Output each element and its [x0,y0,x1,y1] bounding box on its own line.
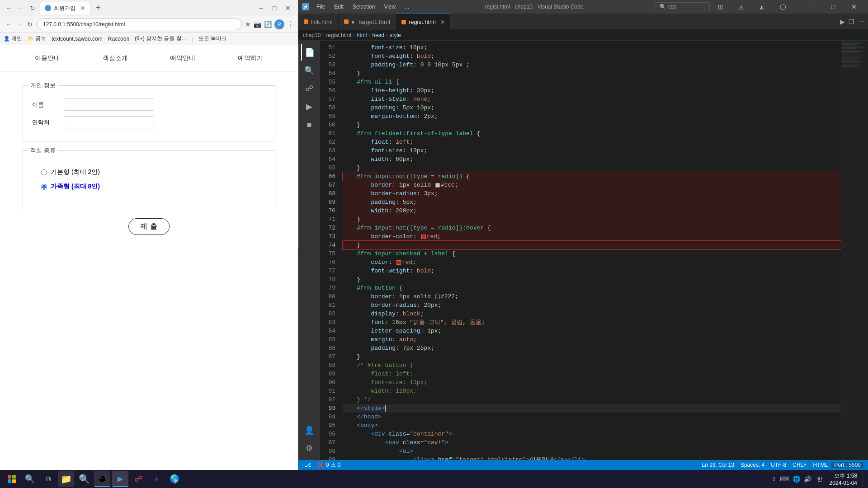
line-num-93: 93 [320,404,335,413]
status-errors[interactable]: ❌ 0 ⚠ 0 [316,462,342,468]
status-line-col[interactable]: Ln 93, Col 13 [699,462,737,468]
code-line-73: border-color: red; [343,232,841,241]
crumb-style[interactable]: style [390,32,401,38]
radio-family[interactable] [41,184,47,190]
vscode-search-box[interactable]: 🔍 css [656,2,710,11]
addr-reload[interactable]: ↻ [25,20,34,29]
taskbar-keyboard[interactable]: ⌨ [780,475,789,483]
name-input[interactable] [64,99,154,111]
status-branch[interactable]: ⎇ [303,462,315,468]
activity-account[interactable]: 👤 [301,422,317,438]
vscode-minimize-btn[interactable]: − [802,0,823,14]
bookmark-other[interactable]: (9+) 장지현 공을 찾... [135,35,186,42]
browser-profile[interactable]: P [274,19,284,29]
split-editor-btn[interactable]: ❐ [849,18,854,25]
taskbar-volume[interactable]: 🔊 [804,475,811,483]
browser-menu-btn[interactable]: ⋮ [287,20,294,28]
browser-tab[interactable]: 회원가입 ✕ [40,2,90,14]
nav-info[interactable]: 이용안내 [35,54,60,62]
code-line-77: font-weight: bold; [343,267,841,275]
menu-view[interactable]: View [380,3,399,11]
new-tab-btn[interactable]: + [92,3,104,13]
bookmark-textcount[interactable]: textcount.sawoo.com [52,36,103,42]
tab-link-html[interactable]: link.html [298,14,339,30]
tab-target1-html[interactable]: ● target1.html [339,14,396,30]
activity-search[interactable]: 🔍 [301,62,317,79]
layout-icon-2[interactable]: ◬ [731,0,751,14]
nav-reservation[interactable]: 예약하기 [238,54,263,62]
addr-back[interactable]: ← [4,20,14,29]
status-spaces[interactable]: Spaces: 4 [738,462,767,468]
browser-ext1[interactable]: 📷 [254,21,261,28]
svg-rect-1 [12,475,16,479]
menu-edit[interactable]: Edit [330,3,347,11]
activity-git[interactable]: ☍ [301,80,317,97]
tab-regist-html[interactable]: regist.html ✕ [396,14,451,30]
all-bookmarks[interactable]: 모든 북마크 [198,35,227,42]
nav-rooms[interactable]: 객실소개 [103,54,128,62]
code-line-89: float: left; [343,370,841,378]
browser-minimize-btn[interactable]: − [255,3,267,13]
tab-regist-close[interactable]: ✕ [440,19,445,25]
contact-input[interactable] [64,116,154,128]
taskbar-lang[interactable]: 한 [815,475,824,483]
browser-back-btn[interactable]: ← [4,3,14,14]
browser-close-btn[interactable]: ✕ [282,3,294,13]
activity-extensions[interactable]: ■ [301,117,317,133]
status-port[interactable]: Port : 5500 [831,462,863,468]
taskbar-extra1[interactable]: ♦ [148,471,165,487]
browser-refresh-btn[interactable]: ↻ [27,3,38,14]
status-line-ending[interactable]: CRLF [790,462,809,468]
browser-star-btn[interactable]: ★ [245,20,251,28]
taskbar-search-app[interactable]: 🔍 [76,471,92,487]
layout-icon-3[interactable]: ◭ [751,0,772,14]
code-line-62: float: left; [343,138,841,146]
address-bar[interactable]: 127.0.0.1:5500/chap10/regist.html [37,19,242,30]
crumb-html[interactable]: html [357,32,367,38]
status-encoding[interactable]: UTF-8 [768,462,789,468]
menu-file[interactable]: File [313,3,329,11]
taskbar-taskview[interactable]: ⧉ [40,471,56,487]
status-language[interactable]: HTML [811,462,831,468]
taskbar-explorer[interactable]: 📁 [58,471,74,487]
activity-explorer[interactable]: 📄 [301,44,317,61]
addr-fwd[interactable]: → [14,20,24,29]
bookmark-raccoon[interactable]: Raccoon [108,36,129,42]
code-editor[interactable]: font-size: 16px; font-weight: bold; padd… [340,41,841,460]
windows-logo-icon [8,475,16,483]
start-button[interactable] [4,471,20,487]
tab-close-btn[interactable]: ✕ [80,5,85,12]
browser-maximize-btn[interactable]: □ [268,3,281,13]
layout-icon-4[interactable]: ◯ [772,0,793,14]
vscode-close-btn[interactable]: ✕ [844,0,864,14]
radio-basic[interactable] [41,169,47,175]
menu-selection[interactable]: Selection [349,3,378,11]
crumb-regist[interactable]: regist.html [326,32,351,38]
taskbar-clock[interactable]: 오후 1:58 2024-01-04 [828,472,859,486]
layout-icon-1[interactable]: ◫ [710,0,731,14]
taskbar-search[interactable]: 🔍 [22,471,38,487]
menu-more[interactable]: ... [401,3,413,11]
run-btn[interactable]: ▶ [840,18,845,25]
more-actions-btn[interactable]: ⋯ [858,18,864,25]
nav-reservation-info[interactable]: 예약안내 [170,54,195,62]
crumb-chap10[interactable]: chap10 [303,32,321,38]
browser-forward-btn[interactable]: → [15,3,26,14]
taskbar-show-desktop[interactable] [863,471,864,487]
activity-debug[interactable]: ▶ [301,99,317,115]
crumb-head[interactable]: head [372,32,384,38]
svg-rect-2 [8,479,11,483]
browser-ext2[interactable]: 🔃 [264,21,272,28]
taskbar-chrome[interactable]: ◕ [94,471,110,487]
bookmark-study[interactable]: 📁 공부 [28,35,46,42]
taskbar-network[interactable]: 🌐 [793,475,800,483]
bookmark-personal[interactable]: 👤 개인 [4,35,22,42]
taskbar-vscode-btn[interactable]: ▶ [112,471,128,487]
tab-target1-label: ● [351,19,356,25]
vscode-maximize-btn[interactable]: □ [823,0,844,14]
submit-button[interactable]: 제 출 [128,218,170,235]
taskbar-extra2[interactable]: 🌎 [166,471,183,487]
activity-settings[interactable]: ⚙ [301,440,317,456]
taskbar-up-arrow[interactable]: ⇧ [772,476,776,482]
taskbar-git[interactable]: ☍ [130,471,146,487]
